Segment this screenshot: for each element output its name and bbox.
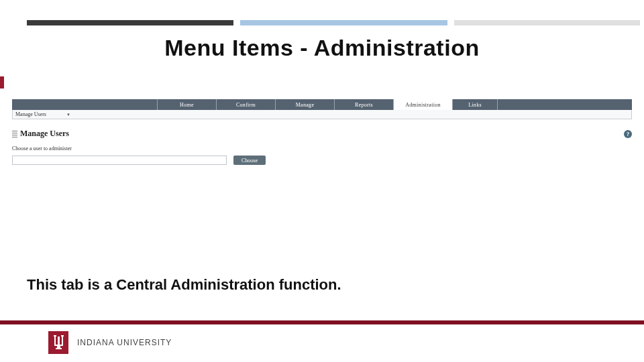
tab-manage[interactable]: Manage bbox=[275, 99, 334, 110]
drag-handle-icon[interactable] bbox=[12, 131, 17, 137]
tab-reports[interactable]: Reports bbox=[334, 99, 393, 110]
accent-bar bbox=[0, 76, 4, 88]
choose-user-form: Choose bbox=[12, 156, 632, 165]
nav-spacer bbox=[12, 99, 157, 110]
tab-confirm[interactable]: Confirm bbox=[216, 99, 275, 110]
slide-caption: This tab is a Central Administration fun… bbox=[27, 276, 341, 294]
tab-home[interactable]: Home bbox=[157, 99, 216, 110]
rule-segment-dark bbox=[27, 20, 233, 25]
choose-button[interactable]: Choose bbox=[233, 156, 266, 165]
footer: INDIANA UNIVERSITY bbox=[0, 320, 644, 362]
panel-instruction: Choose a user to administer bbox=[12, 145, 632, 152]
help-icon[interactable]: ? bbox=[624, 130, 632, 138]
top-rule bbox=[27, 20, 640, 25]
sub-nav-manage-users[interactable]: Manage Users ▼ bbox=[12, 110, 632, 119]
user-input[interactable] bbox=[12, 156, 227, 165]
tab-links[interactable]: Links bbox=[452, 99, 498, 110]
rule-segment-grey bbox=[454, 20, 640, 25]
footer-institution: INDIANA UNIVERSITY bbox=[77, 338, 172, 347]
rule-segment-blue bbox=[240, 20, 447, 25]
sub-nav-label: Manage Users bbox=[15, 111, 46, 117]
slide-title: Menu Items - Administration bbox=[0, 35, 644, 61]
primary-nav: Home Confirm Manage Reports Administrati… bbox=[12, 99, 632, 110]
app-screenshot: Home Confirm Manage Reports Administrati… bbox=[12, 99, 632, 165]
panel-title: Manage Users bbox=[20, 129, 69, 139]
nav-right-spacer bbox=[498, 99, 632, 110]
footer-rule bbox=[0, 320, 644, 324]
panel-header: Manage Users bbox=[12, 129, 632, 139]
tab-administration[interactable]: Administration bbox=[393, 99, 452, 110]
chevron-down-icon: ▼ bbox=[66, 113, 70, 117]
iu-trident-icon bbox=[48, 331, 68, 354]
